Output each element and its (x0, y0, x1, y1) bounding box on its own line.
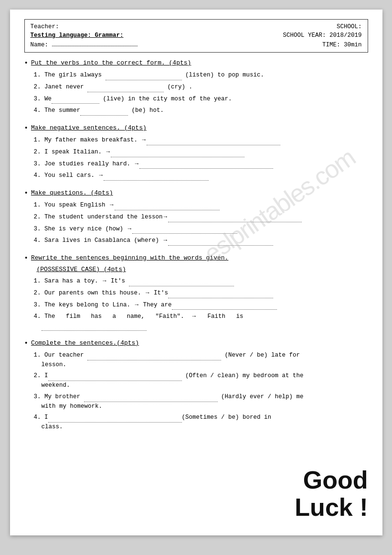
section1-header: • Put the verbs into the correct form. (… (24, 59, 368, 67)
fill-blank (168, 236, 273, 246)
list-item: 2. Our parents own this house. → It's (34, 289, 368, 298)
item-line1: 1. Our teacher (Never / be) late for (34, 351, 368, 360)
arrow-icon: → (110, 202, 114, 208)
good-luck-text: GoodLuck ! (295, 467, 368, 521)
fill-blank (172, 301, 277, 310)
item-line1: 2. I (Often / clean) my bedroom at the (34, 371, 368, 381)
teacher-label: Teacher: (31, 23, 59, 30)
time-label: TIME: 30min (322, 42, 362, 48)
fill-blank (132, 225, 237, 234)
fill-blank (87, 351, 221, 360)
fill-blank (52, 95, 99, 104)
list-item: 1. Sara has a toy. → It's (34, 277, 368, 286)
list-item: 3. The keys belong to Lina. → They are (34, 301, 368, 310)
section2-title: Make negative sentences. (4pts) (31, 124, 147, 131)
section3-list: 1. You speak English → 2. The student un… (24, 201, 368, 246)
list-item: 1. Our teacher (Never / be) late for les… (34, 351, 368, 370)
section1-list: 1. The girls always (listen) to pop musi… (24, 71, 368, 116)
item-line1: 3. My brother (Hardly ever / help) me (34, 392, 368, 402)
arrow-icon: → (135, 161, 139, 167)
list-item: 2. I (Often / clean) my bedroom at the w… (34, 371, 368, 390)
bullet-icon: • (24, 59, 28, 67)
fill-blank (129, 277, 234, 286)
bullet-icon: • (24, 124, 28, 132)
section-put-verbs: • Put the verbs into the correct form. (… (24, 59, 368, 116)
list-item: 3. Joe studies really hard. → (34, 160, 368, 169)
section2-list: 1. My father makes breakfast. → 2. I spe… (24, 136, 368, 181)
fill-blank (48, 371, 182, 381)
testing-label: Testing language: Grammar: (31, 32, 124, 39)
section5-title: Complete the sentences.(4pts) (31, 339, 139, 347)
item-line1: 4. The film has a name, "Faith". → Faith… (34, 312, 368, 321)
section-questions: • Make questions. (4pts) 1. You speak En… (24, 189, 368, 246)
section3-title: Make questions. (4pts) (31, 189, 113, 196)
section4-header: • Rewrite the sentences beginning with t… (24, 254, 368, 262)
section5-list: 1. Our teacher (Never / be) late for les… (24, 351, 368, 432)
list-item: 4. You sell cars. → (34, 171, 368, 181)
section4-subtitle: (POSSESSIVE CASE) (4pts) (24, 266, 368, 273)
section-possessive: • Rewrite the sentences beginning with t… (24, 254, 368, 331)
teacher-school-row: Teacher: SCHOOL: (31, 23, 362, 30)
name-label: Name: ……………………………………………………………… (31, 42, 138, 48)
section-complete: • Complete the sentences.(4pts) 1. Our t… (24, 339, 368, 432)
fill-blank (115, 201, 220, 210)
fill-blank (147, 136, 280, 145)
fill-blank (87, 83, 164, 92)
item-line2: lesson. (34, 360, 368, 370)
bullet-icon: • (24, 189, 28, 197)
school-label: SCHOOL: (337, 23, 362, 30)
arrow-icon: → (192, 313, 196, 320)
bullet-icon: • (24, 339, 28, 347)
section3-header: • Make questions. (4pts) (24, 189, 368, 197)
section2-header: • Make negative sentences. (4pts) (24, 124, 368, 132)
arrow-icon: → (164, 214, 168, 220)
list-item: 3. She is very nice (how) → (34, 225, 368, 234)
bullet-icon: • (24, 254, 28, 262)
fill-blank (139, 160, 273, 169)
section5-header: • Complete the sentences.(4pts) (24, 339, 368, 347)
arrow-icon: → (135, 302, 139, 308)
arrow-icon: → (106, 149, 110, 155)
arrow-icon: → (146, 290, 149, 296)
section-negative: • Make negative sentences. (4pts) 1. My … (24, 124, 368, 181)
fill-blank (84, 392, 218, 402)
item-line2: weekend. (34, 381, 368, 390)
item-line2: class. (34, 423, 368, 432)
school-year-label: SCHOOL YEAR: 2018/2019 (283, 32, 361, 39)
section1-title: Put the verbs into the correct form. (4p… (31, 59, 191, 66)
fill-blank (42, 321, 147, 331)
list-item: 2. I speak Italian. → (34, 148, 368, 157)
item-line2 (34, 321, 368, 331)
fill-blank (168, 213, 302, 222)
arrow-icon: → (103, 278, 106, 284)
list-item: 3. My brother (Hardly ever / help) me wi… (34, 392, 368, 411)
list-item: 1. You speak English → (34, 201, 368, 210)
list-item: 4. I (Sometimes / be) bored in class. (34, 413, 368, 432)
fill-blank (106, 71, 182, 80)
name-time-row: Name: ……………………………………………………………… TIME: 30m… (31, 42, 362, 48)
list-item: 2. The student understand the lesson→ (34, 213, 368, 222)
list-item: 4. Sara lives in Casablanca (where) → (34, 236, 368, 246)
list-item: 1. The girls always (listen) to pop musi… (34, 71, 368, 80)
arrow-icon: → (142, 137, 146, 143)
list-item: 4. The film has a name, "Faith". → Faith… (34, 312, 368, 331)
list-item: 4. The summer (be) hot. (34, 106, 368, 116)
arrow-icon: → (128, 226, 132, 232)
worksheet-page: Teacher: SCHOOL: Testing language: Gramm… (10, 10, 382, 535)
list-item: 3. We (live) in the city most of the yea… (34, 95, 368, 104)
testing-year-row: Testing language: Grammar: SCHOOL YEAR: … (31, 32, 362, 39)
fill-blank (80, 106, 128, 116)
list-item: 2. Janet never (cry) . (34, 83, 368, 92)
arrow-icon: → (164, 237, 168, 244)
item-line1: 4. I (Sometimes / be) bored in (34, 413, 368, 423)
fill-blank (168, 289, 273, 298)
fill-blank (111, 148, 244, 157)
header-box: Teacher: SCHOOL: Testing language: Gramm… (24, 19, 368, 53)
section4-title: Rewrite the sentences beginning with the… (31, 254, 228, 261)
list-item: 1. My father makes breakfast. → (34, 136, 368, 145)
arrow-icon: → (99, 172, 103, 179)
item-line2: with my homework. (34, 402, 368, 411)
fill-blank (104, 171, 209, 181)
section4-list: 1. Sara has a toy. → It's 2. Our parents… (24, 277, 368, 331)
fill-blank (48, 413, 182, 423)
